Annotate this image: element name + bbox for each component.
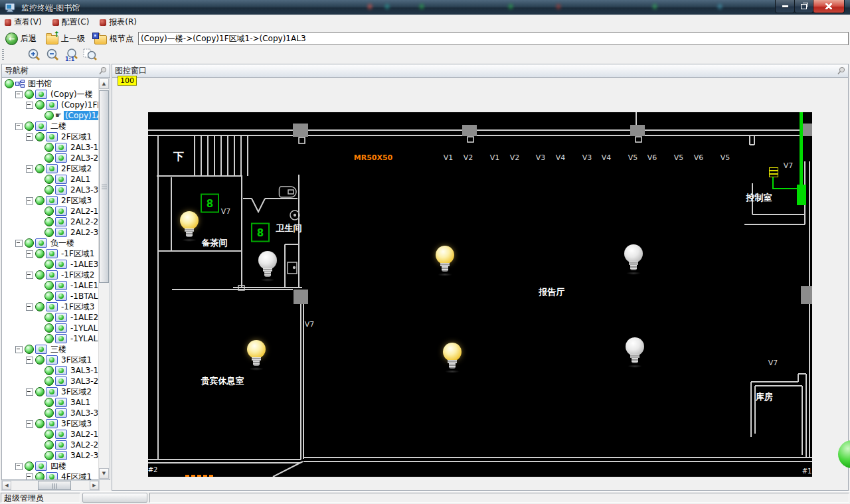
tree-expander-collapse[interactable] [26,272,33,279]
tree-expander-collapse[interactable] [15,123,23,130]
valve-device[interactable]: 8 [201,194,219,213]
close-button[interactable] [813,0,845,13]
tree-item[interactable]: 负一楼 [2,238,99,248]
tree-item[interactable]: 2AL1 [2,174,99,185]
tree-expander-collapse[interactable] [26,165,33,173]
tree-expander-collapse[interactable] [26,420,33,428]
view-menu-icon [5,19,11,26]
tree-item-label: -1F区域2 [60,270,96,281]
scroll-up-arrow[interactable]: ▲ [99,78,109,89]
tree-item[interactable]: -1ALE3 [2,259,99,270]
menu-config[interactable]: 配置(C) [48,15,96,29]
tree-item[interactable]: -1BTAL [2,291,99,301]
tree-item[interactable]: 3AL3-2 [2,376,99,386]
menu-view[interactable]: 查看(V) [0,15,48,29]
tree-expander-collapse[interactable] [26,102,33,109]
tree-item[interactable]: 3AL2-1 [2,429,99,440]
tree-item[interactable]: -1ALE2 [2,312,99,323]
tree-item[interactable]: -1YLAL1 [2,323,99,333]
light-bulb-on[interactable] [443,343,462,371]
tree-item[interactable]: -1F区域2 [2,270,99,280]
scroll-left-arrow[interactable]: ◀ [2,481,11,490]
valve-device[interactable]: 8 [251,223,270,242]
scene-icon [46,472,58,479]
tree-item[interactable]: 2AL3-3 [2,185,99,195]
tree-item[interactable]: 图书馆 [2,78,99,89]
tree-item[interactable]: 3AL1 [2,397,99,408]
zoom-actual-size-button[interactable]: 1:1 [64,48,81,62]
tree-item[interactable]: 4F区域1 [2,471,99,479]
light-bulb-off[interactable] [624,244,643,273]
tree-item[interactable]: 2AL3-1 [2,142,99,153]
light-bulb-off[interactable] [258,251,277,280]
tree-item[interactable]: 四楼 [2,461,99,471]
tree-item-label: 3AL3-2 [69,377,99,386]
tree-item[interactable]: 2AL2-2 [2,216,99,227]
tree-item[interactable]: 3AL2-3 [2,450,99,461]
minimize-button[interactable] [775,0,795,13]
tree-expander-collapse[interactable] [26,388,33,396]
tree-horizontal-scrollbar[interactable]: ◀ ▶ [1,480,100,491]
node-status-sphere-icon [35,387,44,396]
tree-item[interactable]: 2AL3-2 [2,153,99,163]
tree-expander-collapse[interactable] [26,303,33,311]
scroll-down-arrow[interactable]: ▼ [99,468,109,479]
zoom-out-button[interactable] [45,48,62,62]
tree-item[interactable]: 2AL2-3 [2,227,99,238]
tree-item[interactable]: -1YLAL2 [2,333,99,344]
tree-item[interactable]: (Copy)一楼 [2,89,99,100]
horizontal-scroll-thumb[interactable] [38,481,71,490]
tree-item[interactable]: 二楼 [2,121,99,131]
tree-item[interactable]: 2F区域3 [2,195,99,206]
tree-item[interactable]: 3AL3-1 [2,365,99,376]
back-button[interactable]: ← 后退 [1,31,41,46]
zoom-fit-button[interactable] [82,48,100,62]
restore-button[interactable] [794,0,813,13]
tree-expander-collapse[interactable] [15,240,23,247]
tree-expander-collapse[interactable] [26,250,33,258]
light-bulb-on[interactable] [180,211,199,240]
root-node-button[interactable]: 根节点 [90,32,137,46]
vertical-scroll-thumb[interactable] [99,90,109,283]
tree-expander-collapse[interactable] [26,473,33,480]
tree-item[interactable]: 3F区域3 [2,418,99,429]
tree-item[interactable]: 2F区域2 [2,163,99,174]
tree-expander-collapse[interactable] [15,91,23,98]
control-cabinet[interactable] [797,185,806,205]
pushpin-icon[interactable] [837,66,845,75]
light-bulb-off[interactable] [626,337,644,366]
breadcrumb-path-input[interactable] [138,32,849,45]
zoom-in-button[interactable] [27,48,44,62]
scroll-right-arrow[interactable]: ▶ [90,481,99,490]
tree-item[interactable]: 2F区域1 [2,131,99,142]
tree-expander-collapse[interactable] [15,463,23,470]
tree-item[interactable]: 3F区域2 [2,386,99,397]
tree-expander-collapse[interactable] [26,357,33,364]
pushpin-icon[interactable] [98,66,107,75]
floor-plan-canvas[interactable]: V1V2V1V2V3V4V3V4V5V6V5V6V5下MR50X50V7控制室V… [148,112,812,477]
tree-item-label: 2F区域2 [60,163,93,175]
tree-item[interactable]: 3AL3-3 [2,408,99,418]
light-bulb-on[interactable] [436,246,454,274]
tree-item[interactable]: 2AL2-1 [2,206,99,216]
tree-item[interactable]: 3AL2-2 [2,440,99,450]
toolbar-grip[interactable] [2,49,4,61]
tree-item[interactable]: -1F区域1 [2,248,99,259]
tree-item[interactable]: -1F区域3 [2,301,99,312]
node-status-sphere-icon [44,111,54,120]
room-label: 备茶间 [202,237,228,249]
tree-item[interactable]: 三楼 [2,344,99,355]
up-level-button[interactable]: ↑ 上一级 [42,32,89,46]
tree-item[interactable]: (Copy)1F区域1 [2,100,99,110]
tree-item[interactable]: -1ALE1 [2,280,99,291]
tree-item[interactable]: 3F区域1 [2,355,99,365]
node-status-sphere-icon [35,164,44,173]
light-bulb-on[interactable] [247,340,266,369]
tree-item[interactable]: ☛(Copy)1AL3 [2,110,99,121]
tree-expander-collapse[interactable] [15,346,23,353]
relay-device[interactable] [769,167,778,177]
tree-vertical-scrollbar[interactable]: ▲ ▼ [98,78,109,479]
tree-expander-collapse[interactable] [26,133,33,141]
tree-expander-collapse[interactable] [26,197,33,205]
menu-report[interactable]: 报表(R) [95,15,143,29]
